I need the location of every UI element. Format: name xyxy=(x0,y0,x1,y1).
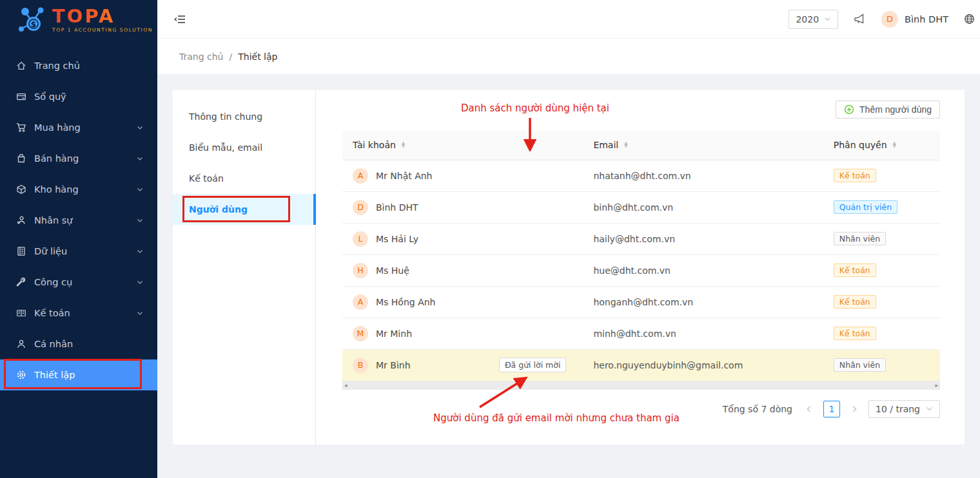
scroll-left-icon[interactable]: ◂ xyxy=(344,381,348,390)
content-area: Thông tin chung Biểu mẫu, email Kế toán … xyxy=(157,74,980,478)
plus-circle-icon xyxy=(844,104,854,115)
fiscal-year-select[interactable]: 2020 xyxy=(789,10,838,29)
page-size-select[interactable]: 10 / trang xyxy=(868,400,940,418)
breadcrumb-home[interactable]: Trang chủ xyxy=(179,52,223,62)
pagination-next-button[interactable] xyxy=(847,401,862,417)
scroll-right-icon[interactable]: ▸ xyxy=(935,381,938,390)
home-icon xyxy=(15,61,27,71)
settings-tab-list: Thông tin chung Biểu mẫu, email Kế toán … xyxy=(173,90,316,445)
sidebar-menu: Trang chủ Sổ quỹ Mua hàng Bán hàng Kho h… xyxy=(0,50,157,390)
column-header-role[interactable]: Phân quyền▲▼ xyxy=(823,131,940,160)
tab-ke-toan[interactable]: Kế toán xyxy=(173,163,315,194)
table-row[interactable]: HMs Huệ hue@dht.com.vn Kế toán xyxy=(342,254,940,286)
table-row[interactable]: DBình DHT binh@dht.com.vn Quản trị viên xyxy=(342,191,940,223)
chevron-down-icon xyxy=(137,186,143,193)
avatar: M xyxy=(353,326,368,341)
cart-icon xyxy=(15,122,27,133)
bag-icon xyxy=(15,153,27,164)
user-menu[interactable]: D Bình DHT xyxy=(881,11,948,28)
sort-icon: ▲▼ xyxy=(893,142,896,148)
chevron-down-icon xyxy=(137,310,143,316)
avatar: H xyxy=(353,263,368,278)
user-fullname: Ms Huệ xyxy=(376,265,409,276)
cash-book-icon xyxy=(15,91,27,102)
app-logo[interactable]: $ TOPA TOP 1 ACCOUNTING SOLUTION xyxy=(0,0,157,40)
user-fullname: Mr Bình xyxy=(376,360,411,370)
globe-icon[interactable] xyxy=(964,14,975,24)
chevron-down-icon xyxy=(137,217,143,224)
breadcrumb: Trang chủ / Thiết lập xyxy=(157,39,980,74)
table-row[interactable]: AMs Hồng Anh honganh@dht.com.vn Kế toán xyxy=(342,286,940,318)
pagination-prev-button[interactable] xyxy=(801,401,817,417)
chevron-down-icon xyxy=(824,15,831,23)
sidebar-item-so-quy[interactable]: Sổ quỹ xyxy=(0,81,157,112)
top-header: 2020 D Bình DHT xyxy=(157,0,980,39)
avatar: B xyxy=(353,358,368,373)
tab-bieu-mau-email[interactable]: Biểu mẫu, email xyxy=(173,132,315,163)
menu-fold-icon[interactable] xyxy=(174,14,186,24)
user-email: haily@dht.com.vn xyxy=(583,223,823,254)
user-email: hero.nguyenduybinh@gmail.com xyxy=(583,349,823,381)
add-user-button[interactable]: Thêm người dùng xyxy=(836,100,940,119)
table-header-row: Tài khoản▲▼ Email▲▼ Phân quyền▲▼ xyxy=(342,131,940,160)
avatar: A xyxy=(353,294,368,310)
table-row[interactable]: MMr Minh minh@dht.com.vn Kế toán xyxy=(342,318,940,349)
chevron-down-icon xyxy=(137,124,143,131)
logo-molecule-dollar-icon: $ xyxy=(18,5,46,35)
tab-thong-tin-chung[interactable]: Thông tin chung xyxy=(173,101,315,132)
user-email: hue@dht.com.vn xyxy=(583,254,823,286)
invitation-sent-badge: Đã gửi lời mời xyxy=(499,358,567,372)
tools-icon xyxy=(15,277,27,287)
role-badge: Kế toán xyxy=(834,327,876,340)
role-badge: Nhân viên xyxy=(834,232,886,245)
role-badge: Quản trị viên xyxy=(834,200,897,214)
users-panel: Thêm người dùng Tài khoản▲▼ Email▲▼ Phân… xyxy=(316,90,965,445)
chevron-down-icon xyxy=(137,279,143,285)
brand-name: TOPA xyxy=(52,7,153,26)
sidebar-item-cong-cu[interactable]: Công cụ xyxy=(0,267,157,298)
table-row-invited[interactable]: BMr BìnhĐã gửi lời mời hero.nguyenduybin… xyxy=(342,349,940,381)
user-email: honganh@dht.com.vn xyxy=(583,286,823,318)
chevron-down-icon xyxy=(926,405,933,412)
staff-icon xyxy=(15,215,27,225)
sidebar-item-ke-toan[interactable]: Kế toán xyxy=(0,298,157,329)
topbar-right: 2020 D Bình DHT xyxy=(789,10,975,29)
user-fullname: Mr Minh xyxy=(376,329,412,339)
data-icon xyxy=(15,246,27,256)
brand-subtitle: TOP 1 ACCOUNTING SOLUTION xyxy=(52,28,153,33)
column-header-email[interactable]: Email▲▼ xyxy=(583,131,823,160)
pagination: Tổng số 7 dòng 1 10 / trang xyxy=(342,400,940,418)
user-email: minh@dht.com.vn xyxy=(583,318,823,349)
sidebar-item-trang-chu[interactable]: Trang chủ xyxy=(0,50,157,81)
user-name: Bình DHT xyxy=(905,14,948,24)
pagination-total: Tổng số 7 dòng xyxy=(723,404,792,414)
breadcrumb-current: Thiết lập xyxy=(238,52,277,62)
role-badge: Kế toán xyxy=(834,169,876,182)
sidebar-item-mua-hang[interactable]: Mua hàng xyxy=(0,112,157,143)
chevron-down-icon xyxy=(137,155,143,162)
sidebar-item-nhan-su[interactable]: Nhân sự xyxy=(0,205,157,236)
sidebar-item-du-lieu[interactable]: Dữ liệu xyxy=(0,236,157,267)
role-badge: Kế toán xyxy=(834,263,876,277)
avatar: L xyxy=(353,231,368,247)
cube-icon xyxy=(15,184,27,195)
sidebar-item-ban-hang[interactable]: Bán hàng xyxy=(0,143,157,174)
sidebar-item-kho-hang[interactable]: Kho hàng xyxy=(0,174,157,205)
user-fullname: Ms Hải Ly xyxy=(376,234,418,244)
user-email: binh@dht.com.vn xyxy=(583,191,823,223)
horizontal-scrollbar[interactable]: ◂ ▸ xyxy=(342,381,940,390)
svg-text:$: $ xyxy=(31,20,36,29)
users-table: Tài khoản▲▼ Email▲▼ Phân quyền▲▼ AMr Nhậ… xyxy=(342,131,940,381)
table-row[interactable]: AMr Nhật Anh nhatanh@dht.com.vn Kế toán xyxy=(342,160,940,191)
chevron-down-icon xyxy=(137,248,143,254)
tab-nguoi-dung[interactable]: Người dùng xyxy=(173,194,315,225)
sidebar-item-thiet-lap[interactable]: Thiết lập xyxy=(0,359,157,390)
announcement-icon[interactable] xyxy=(854,14,866,24)
gear-icon xyxy=(15,370,27,380)
table-row[interactable]: LMs Hải Ly haily@dht.com.vn Nhân viên xyxy=(342,223,940,254)
sidebar-item-ca-nhan[interactable]: Cá nhân xyxy=(0,329,157,359)
column-header-account[interactable]: Tài khoản▲▼ xyxy=(342,131,583,160)
avatar: D xyxy=(881,11,898,28)
ledger-icon xyxy=(15,308,27,318)
pagination-page-1[interactable]: 1 xyxy=(823,401,840,417)
